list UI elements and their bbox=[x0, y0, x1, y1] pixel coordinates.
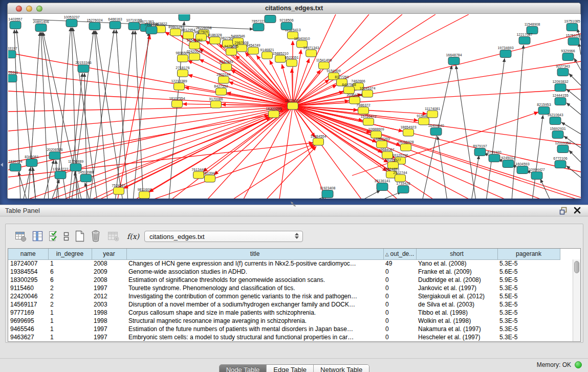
graph-node[interactable] bbox=[555, 161, 566, 168]
graph-node[interactable] bbox=[288, 102, 298, 110]
table-row[interactable]: 911546021997Tourette syndrome. Phenomeno… bbox=[8, 284, 573, 292]
close-panel-icon[interactable] bbox=[574, 207, 582, 215]
memory-indicator[interactable]: Memory: OK bbox=[537, 361, 582, 368]
graph-node[interactable] bbox=[211, 101, 222, 108]
graph-node[interactable] bbox=[281, 23, 292, 30]
graph-node[interactable] bbox=[531, 172, 542, 180]
graph-node[interactable] bbox=[555, 98, 566, 105]
graph-node[interactable] bbox=[172, 100, 183, 107]
graph-node[interactable] bbox=[193, 171, 204, 179]
graph-node[interactable] bbox=[567, 24, 578, 31]
window-titlebar[interactable]: citations_edges.txt bbox=[8, 3, 580, 14]
graph-node[interactable] bbox=[178, 55, 188, 62]
graph-node[interactable] bbox=[226, 48, 237, 55]
scrollbar-thumb[interactable] bbox=[574, 261, 579, 273]
graph-node[interactable] bbox=[8, 51, 16, 58]
graph-node[interactable] bbox=[568, 38, 579, 46]
graph-node[interactable] bbox=[363, 118, 374, 125]
graph-node[interactable] bbox=[10, 21, 21, 29]
column-header-year[interactable]: year bbox=[92, 249, 126, 259]
graph-node[interactable] bbox=[216, 88, 227, 95]
graph-node[interactable] bbox=[557, 145, 569, 153]
column-header-out_de[interactable]: △out_de... bbox=[383, 249, 416, 259]
graph-node[interactable] bbox=[265, 15, 276, 23]
graph-node[interactable] bbox=[253, 24, 264, 31]
graph-node[interactable] bbox=[319, 62, 330, 69]
graph-node[interactable] bbox=[401, 144, 411, 151]
graph-node[interactable] bbox=[174, 83, 185, 90]
graph-node[interactable] bbox=[474, 148, 486, 156]
graph-node[interactable] bbox=[398, 186, 409, 193]
graph-node[interactable] bbox=[275, 55, 286, 62]
graph-node[interactable] bbox=[89, 23, 100, 30]
graph-node[interactable] bbox=[358, 107, 369, 114]
network-canvas[interactable]: 1872400774638228960128891295428226058982… bbox=[8, 14, 581, 199]
table-row[interactable]: 1872400712008Changes of HCN gene express… bbox=[8, 259, 573, 268]
graph-node[interactable] bbox=[287, 59, 297, 67]
graph-node[interactable] bbox=[189, 42, 200, 49]
graph-node[interactable] bbox=[362, 90, 373, 97]
graph-node[interactable] bbox=[110, 21, 121, 29]
graph-node[interactable] bbox=[55, 171, 66, 179]
graph-node[interactable] bbox=[377, 183, 388, 191]
graph-node[interactable] bbox=[139, 191, 150, 199]
graph-node[interactable] bbox=[248, 47, 259, 54]
column-header-title[interactable]: title bbox=[126, 249, 383, 259]
graph-node[interactable] bbox=[500, 50, 511, 58]
column-header-name[interactable]: name bbox=[8, 249, 48, 259]
table-settings-icon[interactable] bbox=[15, 230, 27, 243]
table-row[interactable]: 1830029562008Estimation of significance … bbox=[8, 276, 573, 284]
graph-node[interactable] bbox=[313, 138, 324, 145]
graph-node[interactable] bbox=[10, 164, 21, 171]
table-row[interactable]: 1938455462009Genome-wide association stu… bbox=[8, 268, 573, 276]
graph-node[interactable] bbox=[219, 76, 229, 83]
delete-table-icon[interactable] bbox=[90, 230, 102, 243]
graph-node[interactable] bbox=[562, 53, 574, 61]
graph-node[interactable] bbox=[517, 166, 528, 174]
graph-node[interactable] bbox=[395, 174, 406, 182]
column-header-short[interactable]: short bbox=[416, 249, 497, 259]
graph-node[interactable] bbox=[170, 29, 181, 36]
graph-node[interactable] bbox=[114, 187, 124, 194]
column-header-pagerank[interactable]: pagerank bbox=[497, 249, 560, 259]
table-row[interactable]: 1456911722003Disruption of a novel membe… bbox=[8, 300, 573, 309]
table-row[interactable]: 946362711997Embryonic stem cells: a mode… bbox=[8, 333, 573, 341]
graph-node[interactable] bbox=[419, 118, 429, 125]
graph-node[interactable] bbox=[403, 129, 414, 136]
graph-node[interactable] bbox=[550, 117, 561, 125]
graph-node[interactable] bbox=[66, 19, 77, 27]
graph-node[interactable] bbox=[210, 37, 221, 44]
graph-node[interactable] bbox=[269, 111, 279, 118]
graph-node[interactable] bbox=[49, 152, 60, 160]
table-selector-dropdown[interactable]: citations_edges.txt bbox=[144, 231, 303, 242]
table-row[interactable]: 977716911998Corpus callosum shape and si… bbox=[8, 309, 573, 317]
panel-collapse-arrow[interactable] bbox=[1, 163, 3, 167]
graph-node[interactable] bbox=[322, 190, 333, 198]
graph-node[interactable] bbox=[35, 24, 47, 32]
zoom-button[interactable] bbox=[36, 6, 42, 12]
graph-node[interactable] bbox=[189, 53, 200, 60]
graph-node[interactable] bbox=[555, 84, 566, 92]
graph-node[interactable] bbox=[427, 111, 438, 118]
graph-node[interactable] bbox=[205, 175, 215, 182]
table-row[interactable]: 2242004622012Investigating the contribut… bbox=[8, 292, 573, 300]
graph-node[interactable] bbox=[178, 70, 188, 77]
table-row[interactable]: 969969511998Structural magnetic resonanc… bbox=[8, 317, 573, 325]
float-panel-icon[interactable] bbox=[559, 207, 568, 215]
graph-node[interactable] bbox=[430, 128, 442, 136]
select-columns-icon[interactable] bbox=[49, 230, 59, 243]
graph-node[interactable] bbox=[448, 57, 460, 65]
close-button[interactable] bbox=[16, 6, 22, 12]
graph-node[interactable] bbox=[8, 75, 17, 82]
graph-node[interactable] bbox=[552, 131, 563, 139]
minimize-button[interactable] bbox=[26, 6, 32, 12]
show-columns-icon[interactable] bbox=[32, 230, 44, 243]
graph-node[interactable] bbox=[146, 27, 157, 34]
graph-node[interactable] bbox=[306, 50, 317, 57]
graph-node[interactable] bbox=[503, 160, 514, 168]
row-height-icon[interactable] bbox=[63, 230, 70, 243]
graph-node[interactable] bbox=[262, 52, 273, 59]
graph-node[interactable] bbox=[557, 69, 569, 76]
graph-node[interactable] bbox=[179, 14, 190, 21]
graph-node[interactable] bbox=[26, 159, 37, 167]
